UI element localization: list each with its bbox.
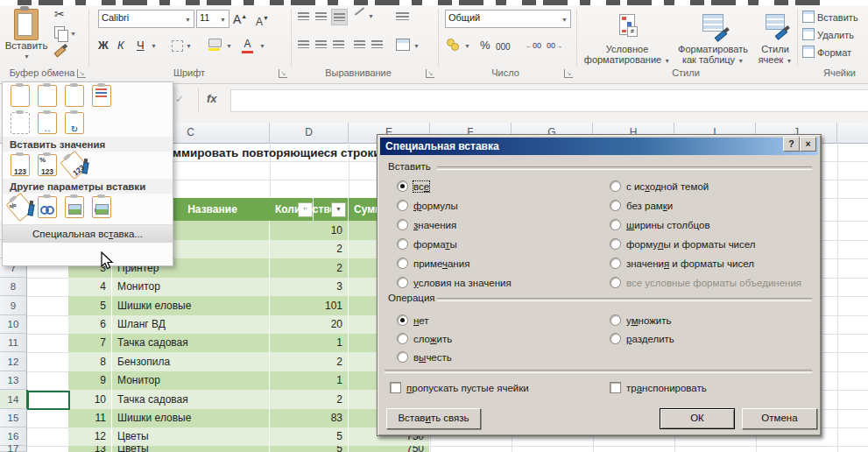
qty-filter-button[interactable]: ▼	[331, 202, 346, 217]
sheet-title-cell[interactable]: Суммировать повторяющиеся строки	[158, 146, 381, 159]
qty-cell[interactable]: 2	[270, 352, 349, 371]
number-format-combo[interactable]: Общий▼	[445, 10, 571, 28]
row-header-17[interactable]: 17	[0, 446, 27, 452]
checkbox-box[interactable]	[390, 382, 401, 393]
qty-cell[interactable]: 101	[270, 296, 349, 315]
num-cell[interactable]: 12	[68, 427, 112, 446]
radio-circle[interactable]	[610, 180, 621, 192]
delete-cells-button[interactable]: Удалить	[802, 28, 868, 41]
num-cell[interactable]: 6	[68, 315, 112, 334]
paste-linked-picture-icon[interactable]	[92, 196, 111, 218]
row-header-12[interactable]: 12	[0, 352, 27, 371]
qty-cell[interactable]: 1	[270, 371, 349, 390]
column-header-D[interactable]: D	[270, 123, 349, 144]
qty-cell[interactable]: 1	[270, 334, 349, 352]
help-button[interactable]: ?	[783, 137, 800, 152]
name-cell[interactable]: Монитор	[112, 371, 270, 390]
num-cell[interactable]: 11	[68, 409, 112, 427]
num-cell[interactable]: 13	[68, 446, 112, 452]
row-header-11[interactable]: 11	[0, 334, 27, 352]
paste-values-icon[interactable]: 123	[11, 154, 30, 176]
checkbox-пропускать-пустые-ячейки[interactable]: пропускать пустые ячейки	[390, 382, 529, 395]
paste-formulas-icon[interactable]	[38, 85, 57, 107]
radio-все[interactable]: все	[397, 180, 429, 194]
name-cell[interactable]: Монитор	[112, 278, 270, 296]
row-header-10[interactable]: 10	[0, 315, 27, 334]
radio-circle[interactable]	[610, 200, 621, 211]
alignment-dialog-launcher[interactable]: ↘	[426, 69, 434, 78]
cell-styles-button[interactable]: Стили ячеек ▼	[755, 12, 795, 67]
radio-circle[interactable]	[397, 238, 408, 250]
ok-button[interactable]: ОК	[660, 408, 735, 429]
paste-formatting-icon[interactable]: %	[6, 193, 35, 222]
radio-circle[interactable]	[610, 314, 621, 326]
row-header-15[interactable]: 15	[0, 409, 27, 427]
row-header-14[interactable]: 14	[0, 390, 28, 409]
formula-input[interactable]	[230, 89, 868, 112]
radio-формулы[interactable]: формулы	[397, 200, 458, 213]
align-left-icon[interactable]	[298, 40, 309, 48]
dialog-title-bar[interactable]: Специальная вставка	[380, 138, 818, 155]
sum-cell[interactable]: 750	[349, 446, 430, 452]
paste-special-menu-item[interactable]: Специальная вставка...	[3, 224, 173, 243]
qty-cell[interactable]: 5	[270, 427, 349, 446]
align-center-icon[interactable]	[315, 40, 327, 48]
radio-circle[interactable]	[397, 351, 408, 363]
clipboard-dialog-launcher[interactable]: ↘	[77, 69, 86, 78]
number-dialog-launcher[interactable]: ↘	[564, 69, 573, 78]
decrease-indent-icon[interactable]	[354, 40, 365, 48]
comma-style-button[interactable]: 000	[496, 40, 511, 54]
name-cell[interactable]: Цветы	[112, 427, 270, 446]
row-header-13[interactable]: 13	[0, 371, 27, 390]
align-top-icon[interactable]	[298, 12, 309, 20]
format-painter-icon[interactable]	[54, 46, 67, 58]
underline-dropdown-arrow[interactable]: ▼	[151, 43, 157, 49]
orientation-icon[interactable]	[355, 7, 364, 16]
shrink-font-button[interactable]: А▼	[256, 11, 269, 29]
merge-center-icon[interactable]	[396, 39, 410, 51]
checkbox-box[interactable]	[610, 382, 621, 393]
qty-cell[interactable]: 10	[270, 221, 349, 240]
radio-circle[interactable]	[610, 333, 621, 344]
wrap-text-icon[interactable]	[396, 12, 409, 20]
radio-вычесть[interactable]: вычесть	[397, 351, 452, 364]
radio-circle[interactable]	[610, 277, 621, 288]
paste-dropdown-arrow[interactable]: ▼	[24, 53, 30, 60]
name-cell[interactable]: Цветы	[112, 446, 270, 452]
radio-без-рамки[interactable]: без рамки	[610, 200, 673, 213]
radio-circle[interactable]	[397, 314, 408, 326]
radio-circle[interactable]	[610, 258, 621, 269]
conditional-formatting-button[interactable]: ≠ Условное форматирование ▼	[583, 12, 671, 67]
grow-font-button[interactable]: А▲	[233, 10, 247, 26]
align-bottom-icon[interactable]	[331, 9, 348, 25]
qty-cell[interactable]: 5	[270, 446, 349, 452]
font-color-dropdown-arrow[interactable]: ▼	[259, 43, 265, 49]
radio-значения-и-форматы-чисел[interactable]: значения и форматы чисел	[610, 258, 754, 271]
increase-indent-icon[interactable]	[371, 40, 383, 48]
name-cell[interactable]: Шишки еловые	[112, 409, 270, 427]
paste-icon[interactable]	[11, 85, 30, 107]
num-cell[interactable]: 9	[68, 371, 112, 390]
format-as-table-button[interactable]: Форматировать как таблицу ▼	[673, 12, 753, 67]
radio-circle[interactable]	[397, 333, 408, 344]
num-cell[interactable]: 5	[68, 296, 112, 315]
font-name-combo[interactable]: Calibri▼	[98, 10, 194, 28]
radio-умножить[interactable]: умножить	[610, 314, 672, 328]
radio-сложить[interactable]: сложить	[397, 333, 452, 346]
bold-button[interactable]: Ж	[98, 39, 109, 53]
name-cell[interactable]: Шланг ВД	[112, 315, 270, 334]
paste-picture-icon[interactable]	[65, 196, 84, 218]
enter-icon[interactable]: ✓	[175, 93, 184, 105]
row-header-9[interactable]: 9	[0, 296, 27, 315]
paste-no-borders-icon[interactable]	[11, 112, 30, 134]
fill-color-dropdown-arrow[interactable]: ▼	[226, 43, 232, 49]
copy-icon[interactable]	[54, 26, 65, 39]
radio-circle[interactable]	[397, 219, 408, 230]
font-color-icon[interactable]: А	[242, 37, 253, 53]
accounting-dropdown-arrow[interactable]: ▼	[464, 43, 470, 49]
increase-decimal-button[interactable]: ←00	[526, 39, 541, 53]
radio-ширины-столбцов[interactable]: ширины столбцов	[610, 219, 710, 232]
fx-icon[interactable]: fx	[207, 92, 217, 105]
accounting-format-icon[interactable]	[447, 39, 459, 51]
row-header-8[interactable]: 8	[0, 278, 27, 296]
